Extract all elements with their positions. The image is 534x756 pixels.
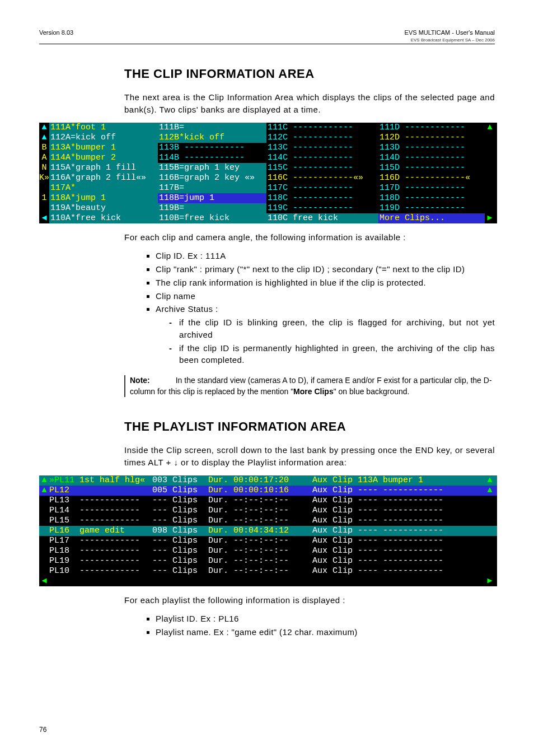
li-archive-perm: if the clip ID is permanently highlighte… [179,342,495,367]
playlist-row: PL10--------------- ClipsDur. --:--:--:-… [39,566,497,576]
note-more-clips: More Clips [293,387,334,396]
playlist-info-list: Playlist ID. Ex : PL16 Playlist name. Ex… [124,613,495,638]
playlist-row: PL13--------------- ClipsDur. --:--:--:-… [39,496,497,506]
playlist-row: PL19--------------- ClipsDur. --:--:--:-… [39,556,497,566]
playlist-row: PL18--------------- ClipsDur. --:--:--:-… [39,546,497,556]
clip-info-list: Clip ID. Ex : 111A Clip "rank" : primary… [124,250,495,366]
section-title-clip-info: THE CLIP INFORMATION AREA [124,67,495,81]
section-title-playlist: THE PLAYLIST INFORMATION AREA [124,419,495,434]
clip-row: K»116A*graph 2 fill«»116B=graph 2 key «»… [39,173,497,183]
clip-row: 119A*beauty119B=119C ------------119D --… [39,203,497,213]
manual-title: EVS MULTICAM - User's Manual [405,29,495,36]
clip-row: A114A*bumper 2114B ------------114C ----… [39,153,497,163]
playlist-information-terminal: ▲»PL111st half hlg«003 ClipsDur. 00:00:1… [39,475,497,586]
clip-info-lead: For each clip and camera angle, the foll… [124,231,495,244]
clip-area-intro: The next area is the Clip Information Ar… [124,91,495,116]
clip-information-terminal: ▲111A*foot 1111B=111C ------------111D -… [39,123,497,223]
clip-row: ▲111A*foot 1111B=111C ------------111D -… [39,123,497,133]
note-block: Note: In the standard view (cameras A to… [124,375,495,397]
archive-status-label: Archive Status : [156,304,218,314]
copyright-line: EVS Broadcast Equipment SA – Dec 2006 [411,38,495,43]
li-playlist-name: Playlist name. Ex : "game edit" (12 char… [156,626,495,638]
clip-row: 117A*117B=117C ------------117D --------… [39,183,497,193]
version-label: Version 8.03 [39,29,73,43]
note-label: Note: [130,376,150,385]
li-clip-name: Clip name [156,290,495,302]
clip-row: N115A*graph 1 fill115B=graph 1 key115C -… [39,163,497,173]
page-header: Version 8.03 EVS MULTICAM - User's Manua… [39,29,495,44]
playlist-info-lead: For each playlist the following informat… [124,594,495,606]
li-clip-rank: Clip "rank" : primary ("*" next to the c… [156,263,495,276]
playlist-row: PL17--------------- ClipsDur. --:--:--:-… [39,536,497,546]
playlist-row: ▲»PL111st half hlg«003 ClipsDur. 00:00:1… [39,475,497,486]
li-clip-rank-protected: The clip rank information is highlighted… [156,277,495,289]
playlist-row: ▲PL12005 ClipsDur. 00:00:10:16Aux Clip -… [39,486,497,496]
playlist-intro: Inside the Clip screen, scroll down to t… [124,444,495,469]
clip-row: ◀110A*free kick110B=free kick110C free k… [39,213,497,223]
note-text-c: " on blue background. [334,387,410,396]
playlist-row: PL14--------------- ClipsDur. --:--:--:-… [39,506,497,516]
li-clip-id: Clip ID. Ex : 111A [156,250,495,262]
playlist-row: PL15--------------- ClipsDur. --:--:--:-… [39,516,497,526]
li-archive-status: Archive Status : if the clip ID is blink… [156,303,495,366]
li-archive-blink: if the clip ID is blinking green, the cl… [179,316,495,341]
clip-row: B113A*bumper 1113B ------------113C ----… [39,143,497,153]
clip-row: ▲112A=kick off112B*kick off112C --------… [39,133,497,143]
playlist-row: PL16game edit098 ClipsDur. 00:04:34:12Au… [39,526,497,536]
li-playlist-id: Playlist ID. Ex : PL16 [156,613,495,625]
clip-row: 1118A*jump 1118B=jump 1118C ------------… [39,193,497,203]
page-number: 76 [39,726,46,734]
playlist-row: ◀▶ [39,576,497,586]
